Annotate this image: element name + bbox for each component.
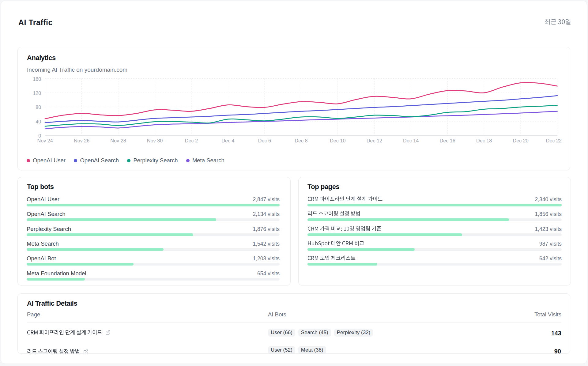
- svg-text:Nov 30: Nov 30: [147, 138, 163, 143]
- svg-text:Nov 24: Nov 24: [37, 138, 53, 143]
- svg-text:Nov 28: Nov 28: [110, 138, 126, 143]
- svg-text:Dec 14: Dec 14: [403, 138, 419, 143]
- svg-text:80: 80: [36, 105, 41, 110]
- svg-text:Dec 10: Dec 10: [330, 138, 345, 143]
- svg-text:Dec 12: Dec 12: [367, 138, 382, 143]
- svg-text:Dec 8: Dec 8: [295, 138, 307, 143]
- svg-text:120: 120: [33, 91, 41, 96]
- svg-text:Dec 18: Dec 18: [476, 138, 492, 143]
- svg-text:Dec 6: Dec 6: [258, 138, 271, 143]
- svg-text:Dec 2: Dec 2: [185, 138, 198, 143]
- svg-text:Dec 16: Dec 16: [440, 138, 455, 143]
- svg-text:Dec 4: Dec 4: [221, 138, 234, 143]
- svg-text:160: 160: [33, 77, 41, 82]
- svg-text:Nov 26: Nov 26: [74, 138, 89, 143]
- svg-text:40: 40: [36, 119, 41, 124]
- svg-text:Dec 20: Dec 20: [513, 138, 528, 143]
- svg-text:Dec 22: Dec 22: [546, 138, 562, 143]
